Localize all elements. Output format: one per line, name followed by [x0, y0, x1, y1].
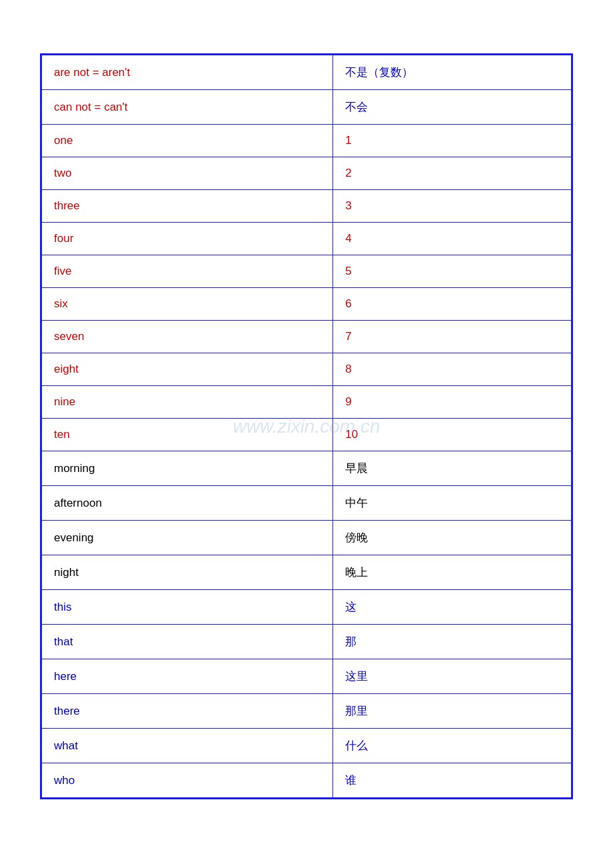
table-row: here这里	[42, 659, 572, 694]
table-row: six6	[42, 288, 572, 321]
english-cell: one	[42, 125, 333, 157]
table-row: that那	[42, 625, 572, 659]
chinese-cell: 不是（复数）	[333, 55, 572, 90]
chinese-cell: 这	[333, 590, 572, 625]
table-row: this这	[42, 590, 572, 625]
table-row: can not = can't不会	[42, 90, 572, 125]
table-row: seven7	[42, 321, 572, 353]
table-row: who谁	[42, 763, 572, 798]
chinese-cell: 9	[333, 386, 572, 419]
english-cell: two	[42, 157, 333, 190]
english-cell: morning	[42, 451, 333, 486]
table-row: night晚上	[42, 555, 572, 590]
english-cell: eight	[42, 353, 333, 386]
chinese-cell: 中午	[333, 486, 572, 521]
chinese-cell: 5	[333, 255, 572, 288]
table-row: are not = aren't不是（复数）	[42, 55, 572, 90]
chinese-cell: 7	[333, 321, 572, 353]
chinese-cell: 晚上	[333, 555, 572, 590]
english-cell: five	[42, 255, 333, 288]
chinese-cell: 8	[333, 353, 572, 386]
english-cell: three	[42, 190, 333, 223]
english-cell: that	[42, 625, 333, 659]
english-cell: seven	[42, 321, 333, 353]
table-row: nine9	[42, 386, 572, 419]
table-row: there那里	[42, 694, 572, 729]
vocab-table-container: www.zixin.com.cn are not = aren't不是（复数）c…	[40, 53, 573, 799]
table-row: one1	[42, 125, 572, 157]
english-cell: afternoon	[42, 486, 333, 521]
english-cell: who	[42, 763, 333, 798]
chinese-cell: 3	[333, 190, 572, 223]
vocab-table: are not = aren't不是（复数）can not = can't不会o…	[41, 55, 572, 798]
table-row: three3	[42, 190, 572, 223]
table-row: two2	[42, 157, 572, 190]
chinese-cell: 不会	[333, 90, 572, 125]
chinese-cell: 那里	[333, 694, 572, 729]
chinese-cell: 谁	[333, 763, 572, 798]
english-cell: here	[42, 659, 333, 694]
english-cell: evening	[42, 521, 333, 555]
english-cell: ten	[42, 419, 333, 451]
chinese-cell: 1	[333, 125, 572, 157]
table-row: morning早晨	[42, 451, 572, 486]
chinese-cell: 6	[333, 288, 572, 321]
chinese-cell: 4	[333, 223, 572, 255]
english-cell: what	[42, 729, 333, 763]
table-row: eight8	[42, 353, 572, 386]
english-cell: six	[42, 288, 333, 321]
table-row: what什么	[42, 729, 572, 763]
english-cell: four	[42, 223, 333, 255]
chinese-cell: 10	[333, 419, 572, 451]
english-cell: this	[42, 590, 333, 625]
chinese-cell: 那	[333, 625, 572, 659]
chinese-cell: 这里	[333, 659, 572, 694]
chinese-cell: 傍晚	[333, 521, 572, 555]
chinese-cell: 早晨	[333, 451, 572, 486]
english-cell: are not = aren't	[42, 55, 333, 90]
english-cell: nine	[42, 386, 333, 419]
table-row: four4	[42, 223, 572, 255]
table-row: afternoon中午	[42, 486, 572, 521]
chinese-cell: 什么	[333, 729, 572, 763]
table-row: ten10	[42, 419, 572, 451]
chinese-cell: 2	[333, 157, 572, 190]
table-row: five5	[42, 255, 572, 288]
english-cell: there	[42, 694, 333, 729]
table-row: evening傍晚	[42, 521, 572, 555]
english-cell: night	[42, 555, 333, 590]
english-cell: can not = can't	[42, 90, 333, 125]
